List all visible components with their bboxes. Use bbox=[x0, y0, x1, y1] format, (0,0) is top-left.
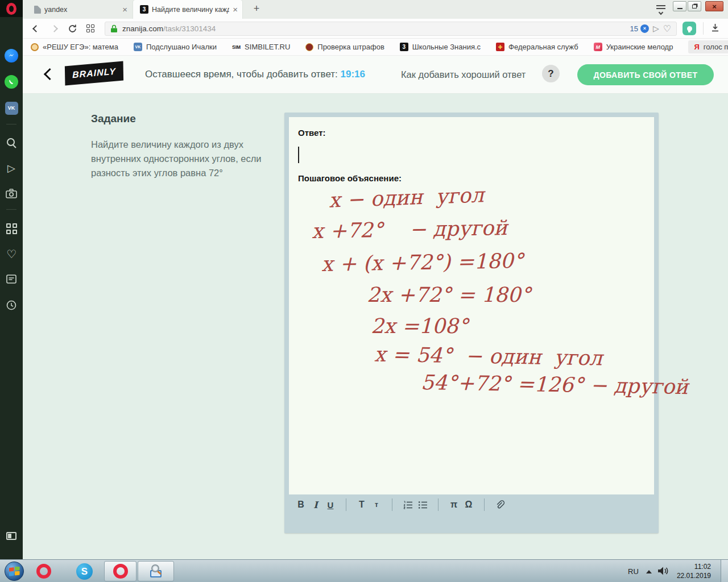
tab-yandex[interactable]: yandex × bbox=[27, 0, 132, 19]
explanation-label: Пошаговое объяснение: bbox=[298, 173, 402, 183]
brainly-logo[interactable]: BRAINLY bbox=[65, 61, 123, 85]
editor-toolbar: B I U T т π Ω bbox=[289, 494, 654, 515]
opera-logo-icon bbox=[6, 3, 16, 15]
speed-dial-button[interactable] bbox=[85, 24, 96, 32]
toolbar-divider bbox=[346, 498, 346, 511]
bookmark-znanija[interactable]: 3Школьные Знания.с bbox=[400, 43, 481, 51]
vk-icon[interactable]: VK bbox=[5, 101, 18, 115]
answer-editor-panel: Ответ: Пошаговое объяснение: x − один уг… bbox=[284, 113, 659, 533]
window-minimize-button[interactable] bbox=[673, 1, 686, 11]
underline-button[interactable]: U bbox=[323, 500, 338, 510]
tab-close-icon[interactable]: × bbox=[122, 5, 127, 14]
back-button[interactable] bbox=[31, 26, 41, 31]
opera-menu-button[interactable] bbox=[0, 0, 23, 17]
speed-dial-icon[interactable] bbox=[5, 222, 18, 235]
window-restore-button[interactable] bbox=[688, 1, 701, 11]
tab-title: Найдите величину каждо bbox=[152, 6, 229, 14]
window-close-button[interactable]: × bbox=[705, 1, 723, 11]
handwriting-line: 2x +72° = 180° bbox=[367, 285, 531, 305]
wave-icon: M bbox=[594, 43, 602, 51]
bookmark-golos[interactable]: Яголос после 60 лет с bbox=[688, 40, 728, 53]
vk-icon: VK bbox=[134, 43, 142, 51]
bookmarks-bar: «РЕШУ ЕГЭ»: матема VKПодслушано Ичалки S… bbox=[23, 39, 728, 56]
help-link[interactable]: Как добавить хороший ответ bbox=[401, 69, 526, 80]
downloads-icon[interactable] bbox=[710, 23, 720, 35]
news-icon[interactable] bbox=[5, 272, 18, 286]
help-question-icon[interactable]: ? bbox=[542, 65, 560, 82]
toolbar-divider bbox=[392, 498, 392, 511]
opera-icon bbox=[113, 564, 128, 579]
show-desktop-button[interactable] bbox=[721, 560, 728, 582]
extension-icon[interactable] bbox=[682, 22, 696, 35]
heading-large-button[interactable]: T bbox=[354, 500, 369, 510]
new-tab-button[interactable]: + bbox=[250, 3, 263, 15]
language-indicator[interactable]: RU bbox=[628, 567, 639, 576]
taskbar-search-tool-active[interactable] bbox=[138, 561, 174, 581]
taskbar-skype-icon[interactable]: S bbox=[76, 563, 93, 580]
heading-small-button[interactable]: т bbox=[369, 501, 384, 509]
sim-icon: SIM bbox=[232, 43, 241, 51]
tray-date: 22.01.2019 bbox=[675, 571, 711, 580]
tab-znanija-active[interactable]: 3 Найдите величину каждо × bbox=[133, 0, 242, 19]
brainly-header: BRAINLY Оставшееся время, чтобы добавить… bbox=[23, 56, 728, 94]
volume-icon[interactable] bbox=[657, 566, 669, 578]
attachment-button[interactable] bbox=[493, 500, 507, 510]
brainly-icon: 3 bbox=[400, 43, 408, 51]
bookmark-podslushano[interactable]: VKПодслушано Ичалки bbox=[134, 43, 217, 51]
url-field[interactable]: znanija.com/task/31301434 15 × ▷ ♡ bbox=[105, 22, 677, 36]
my-flow-icon[interactable]: ▷ bbox=[5, 161, 18, 175]
tab-menu-icon[interactable] bbox=[656, 5, 665, 14]
bookmark-simbilet[interactable]: SIMSIMBILET.RU bbox=[232, 43, 290, 51]
answer-editor-content[interactable]: Ответ: Пошаговое объяснение: x − один уг… bbox=[289, 117, 654, 494]
address-bar: znanija.com/task/31301434 15 × ▷ ♡ bbox=[23, 19, 728, 39]
messenger-icon[interactable] bbox=[5, 49, 18, 63]
https-lock-icon bbox=[110, 24, 118, 33]
start-button[interactable] bbox=[5, 562, 24, 581]
tab-close-icon[interactable]: × bbox=[233, 5, 238, 14]
forward-button[interactable] bbox=[49, 26, 59, 31]
emblem-icon bbox=[305, 43, 313, 51]
windows-taskbar: S RU 11:02 22.01.2019 bbox=[0, 559, 728, 582]
tab-bar: yandex × 3 Найдите величину каждо × + × bbox=[23, 0, 728, 19]
sidebar-divider bbox=[6, 124, 16, 124]
opera-sidebar: VK ▷ ♡ bbox=[0, 0, 23, 559]
sidebar-setup-icon[interactable] bbox=[5, 529, 18, 543]
handwriting-line: 2x =108° bbox=[371, 316, 469, 336]
equation-pi-button[interactable]: π bbox=[446, 500, 461, 510]
taskbar-opera-active[interactable] bbox=[104, 561, 136, 581]
bookmark-icon bbox=[31, 43, 39, 51]
toolbar-divider bbox=[484, 498, 485, 511]
fed-emblem-icon: ✚ bbox=[496, 43, 504, 51]
bookmark-shtrafy[interactable]: Проверка штрафов bbox=[305, 43, 384, 51]
italic-button[interactable]: I bbox=[308, 500, 323, 510]
bookmark-fed-sluzhba[interactable]: ✚Федеральная служб bbox=[496, 43, 578, 51]
bookmark-ukr-melodr[interactable]: MУкраинские мелодр bbox=[594, 43, 673, 51]
adblock-shield-icon[interactable]: × bbox=[640, 24, 649, 33]
bookmarks-heart-icon[interactable]: ♡ bbox=[5, 247, 18, 261]
yandex-icon: Я bbox=[694, 43, 699, 51]
task-text: Найдите величину каждого из двух внутрен… bbox=[91, 138, 267, 180]
bookmark-heart-icon[interactable]: ♡ bbox=[663, 23, 671, 34]
bookmark-reshu-ege[interactable]: «РЕШУ ЕГЭ»: матема bbox=[31, 43, 118, 51]
screen: VK ▷ ♡ yandex × 3 Найдите величину каждо… bbox=[0, 0, 728, 582]
add-answer-button[interactable]: ДОБАВИТЬ СВОЙ ОТВЕТ bbox=[577, 64, 714, 85]
back-chevron-icon[interactable] bbox=[44, 68, 56, 80]
reload-button[interactable] bbox=[67, 24, 77, 34]
taskbar-opera-icon[interactable] bbox=[36, 564, 51, 579]
page-body: Задание Найдите величину каждого из двух… bbox=[23, 94, 728, 559]
history-clock-icon[interactable] bbox=[5, 298, 18, 312]
ordered-list-button[interactable] bbox=[400, 500, 415, 510]
snapshot-camera-icon[interactable] bbox=[5, 186, 18, 200]
clock[interactable]: 11:02 22.01.2019 bbox=[675, 562, 711, 580]
search-tabs-icon[interactable] bbox=[5, 136, 18, 149]
symbol-omega-button[interactable]: Ω bbox=[461, 500, 476, 510]
tab-title: yandex bbox=[44, 6, 119, 14]
bold-button[interactable]: B bbox=[293, 500, 308, 510]
tray-time: 11:02 bbox=[675, 562, 711, 571]
tray-expand-icon[interactable] bbox=[646, 570, 652, 573]
send-to-flow-icon[interactable]: ▷ bbox=[653, 24, 659, 33]
magnifier-book-icon bbox=[147, 563, 164, 579]
whatsapp-icon[interactable] bbox=[5, 75, 18, 89]
bullet-list-button[interactable] bbox=[415, 500, 430, 510]
handwriting-line: x = 54° − один угол bbox=[374, 344, 603, 369]
